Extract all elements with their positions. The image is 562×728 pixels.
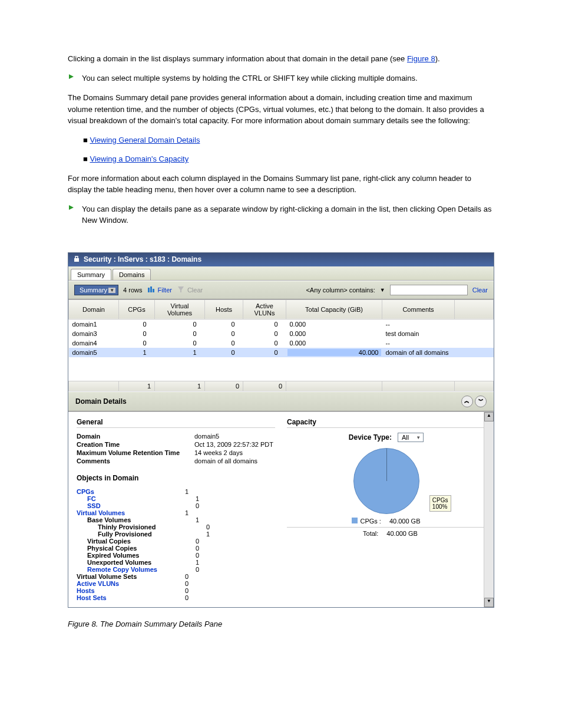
domains-table: Domain CPGs Virtual Volumes Hosts Active… (68, 299, 494, 391)
tab-domains[interactable]: Domains (113, 269, 151, 280)
legend-cpgs-value: 40.000 GB (389, 518, 421, 525)
tab-bar: Summary Domains (68, 266, 494, 281)
col-domain[interactable]: Domain (69, 299, 119, 319)
table-row[interactable]: domain100000.000-- (69, 319, 494, 329)
col-cpgs[interactable]: CPGs (119, 299, 155, 319)
text: ). (435, 54, 440, 63)
tip-arrow-icon (68, 73, 76, 81)
tip-arrow-icon (68, 203, 76, 212)
figure-link[interactable]: Figure 8 (407, 54, 435, 63)
details-scrollbar[interactable]: ▲ ▼ (484, 412, 494, 607)
svg-marker-7 (178, 286, 184, 292)
value: domain5 (194, 433, 219, 440)
tab-summary[interactable]: Summary (71, 269, 111, 280)
table-row[interactable]: domain5110040.000domain of all domains (69, 348, 494, 357)
col-comments[interactable]: Comments (382, 299, 455, 319)
chevron-down-icon[interactable]: ▼ (380, 287, 385, 293)
value: Oct 13, 2009 22:57:32 PDT (194, 441, 273, 448)
legend-total: Total: (363, 530, 378, 537)
label: Creation Time (77, 441, 194, 448)
tip-text: You can select multiple systems by holdi… (82, 73, 418, 84)
filter-icon (147, 285, 155, 295)
object-row[interactable]: Active VLUNs0 (77, 580, 275, 587)
table-row[interactable]: domain300000.000test domain (69, 329, 494, 338)
svg-rect-3 (75, 256, 78, 259)
object-row: Thinly Provisioned0 (77, 523, 275, 531)
row-count: 4 rows (123, 286, 142, 294)
object-row[interactable]: Virtual Volumes1 (77, 509, 275, 516)
svg-marker-0 (69, 74, 74, 79)
collapse-down-button[interactable]: ︾ (475, 396, 487, 407)
view-dropdown[interactable]: Summary (74, 285, 118, 295)
domain-details-window: Security : InServs : s183 : Domains Summ… (68, 252, 494, 608)
label: Domain (77, 433, 194, 440)
object-row: Virtual Volume Sets0 (77, 573, 275, 580)
figure-caption: Figure 8. The Domain Summary Details Pan… (68, 618, 494, 630)
section-general: General (77, 418, 275, 428)
value: 14 weeks 2 days (194, 449, 243, 456)
svg-rect-5 (150, 286, 152, 292)
legend-total-value: 40.000 GB (386, 530, 418, 537)
svg-marker-1 (69, 205, 74, 210)
object-row: Expired Volumes0 (77, 552, 275, 559)
object-row: Unexported Volumes1 (77, 559, 275, 566)
object-row: Virtual Copies0 (77, 538, 275, 545)
col-hosts[interactable]: Hosts (205, 299, 243, 319)
totals-row: 1 1 0 0 (69, 381, 494, 391)
clear-search-button[interactable]: Clear (472, 286, 488, 294)
pie-slice-label: CPGs 100% (429, 495, 451, 512)
text: For more information about each column d… (68, 173, 494, 196)
device-type-label: Device Type: (349, 433, 392, 442)
object-row[interactable]: Host Sets0 (77, 594, 275, 601)
object-row[interactable]: Hosts0 (77, 587, 275, 594)
search-label: <Any column> contains: (306, 286, 375, 294)
text: The Domains Summary detail pane provides… (68, 92, 494, 127)
svg-rect-6 (153, 289, 154, 292)
object-row[interactable]: FC1 (77, 495, 275, 502)
legend-swatch-cpgs (352, 518, 358, 523)
clear-filter-button[interactable]: Clear (177, 285, 203, 295)
col-vluns[interactable]: Active VLUNs (243, 299, 286, 319)
col-spacer (455, 299, 494, 319)
legend-cpgs: CPGs : (360, 518, 381, 525)
object-row: Base Volumes1 (77, 516, 275, 523)
capacity-pie-chart (353, 448, 419, 514)
filter-button[interactable]: Filter (147, 285, 171, 295)
object-row[interactable]: SSD0 (77, 502, 275, 509)
svg-rect-4 (148, 288, 150, 292)
details-header: Domain Details (75, 397, 127, 406)
collapse-up-button[interactable]: ︽ (461, 396, 473, 407)
section-objects: Objects in Domain (77, 474, 275, 483)
clear-filter-icon (177, 285, 185, 295)
table-row[interactable]: domain400000.000-- (69, 338, 494, 348)
lock-icon (73, 255, 80, 264)
object-row[interactable]: CPGs1 (77, 488, 275, 495)
window-title: Security : InServs : s183 : Domains (84, 255, 201, 263)
object-row[interactable]: Remote Copy Volumes0 (77, 566, 275, 573)
text: Clicking a domain in the list displays s… (68, 54, 407, 63)
label: Comments (77, 457, 194, 465)
link-capacity[interactable]: Viewing a Domain's Capacity (90, 154, 189, 163)
device-type-select[interactable]: All (398, 433, 424, 442)
label: Maximum Volume Retention Time (77, 449, 194, 456)
col-cap[interactable]: Total Capacity (GiB) (286, 299, 382, 319)
link-general-details[interactable]: Viewing General Domain Details (90, 136, 200, 144)
col-vv[interactable]: Virtual Volumes (155, 299, 205, 319)
section-capacity: Capacity (287, 418, 485, 428)
tip-text: You can display the details pane as a se… (82, 203, 494, 226)
object-row: Fully Provisioned1 (77, 531, 275, 538)
value: domain of all domains (194, 457, 257, 465)
search-input[interactable] (390, 285, 468, 295)
object-row: Physical Copies0 (77, 545, 275, 552)
